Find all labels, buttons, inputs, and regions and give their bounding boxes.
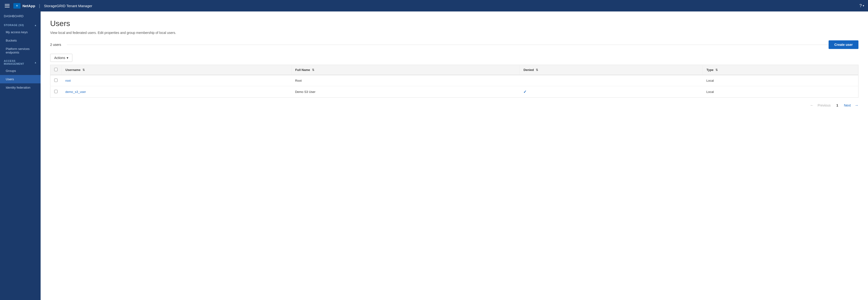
svg-text:n: n xyxy=(16,4,18,7)
row-checkbox[interactable] xyxy=(54,90,58,93)
col-type-label: Type xyxy=(707,68,713,72)
nav-divider: | xyxy=(39,3,40,8)
col-full-name[interactable]: Full Name xyxy=(291,65,520,75)
select-all-header xyxy=(51,65,62,75)
sidebar-item-my-access-keys[interactable]: My access keys xyxy=(0,28,41,36)
storage-chevron-icon: ▲ xyxy=(34,24,37,27)
col-username-label: Username xyxy=(65,68,81,72)
sidebar-item-users[interactable]: Users xyxy=(0,75,41,83)
denied-check-icon: ✓ xyxy=(523,90,526,94)
previous-label: Previous xyxy=(817,103,831,107)
actions-button[interactable]: Actions ▾ xyxy=(50,54,72,62)
pagination: ← Previous 1 Next → xyxy=(50,98,859,108)
top-nav: n NetApp | StorageGRID Tenant Manager ? … xyxy=(0,0,868,11)
next-label: Next xyxy=(844,103,851,107)
table-row: demo_s3_userDemo S3 User✓Local xyxy=(51,86,859,98)
denied-cell: ✓ xyxy=(520,86,703,98)
nav-logo: n NetApp xyxy=(13,3,35,9)
select-all-checkbox[interactable] xyxy=(54,68,58,71)
sidebar-item-platform-services-endpoints[interactable]: Platform services endpoints xyxy=(0,45,41,57)
col-denied-label: Denied xyxy=(524,68,534,72)
table-header-row: Username Full Name Denied Type xyxy=(51,65,859,75)
sidebar-section-access[interactable]: ACCESS MANAGEMENT ▲ xyxy=(0,57,41,67)
username-sort-icon xyxy=(83,68,85,72)
users-count-label: 2 users xyxy=(50,43,61,47)
sidebar-item-buckets[interactable]: Buckets xyxy=(0,36,41,45)
denied-sort-icon xyxy=(536,68,538,72)
table-row: rootRootLocal xyxy=(51,75,859,86)
sidebar-item-dashboard[interactable]: DASHBOARD xyxy=(0,11,41,21)
sidebar-item-identity-federation[interactable]: Identity federation xyxy=(0,83,41,92)
previous-arrow-icon: ← xyxy=(810,103,814,108)
previous-button[interactable]: Previous xyxy=(816,102,832,108)
users-table: Username Full Name Denied Type xyxy=(50,65,859,98)
main-content: Users View local and federated users. Ed… xyxy=(41,11,868,300)
question-icon: ? xyxy=(859,3,862,8)
access-section-label: ACCESS MANAGEMENT xyxy=(4,59,34,65)
sidebar-item-groups[interactable]: Groups xyxy=(0,67,41,75)
hamburger-menu[interactable] xyxy=(4,3,10,8)
type-cell: Local xyxy=(703,75,858,86)
actions-chevron-icon: ▾ xyxy=(67,56,68,60)
page-title: Users xyxy=(50,19,859,28)
app-title: StorageGRID Tenant Manager xyxy=(44,4,92,8)
col-denied[interactable]: Denied xyxy=(520,65,703,75)
full-name-sort-icon xyxy=(312,68,314,72)
user-link-root[interactable]: root xyxy=(65,79,71,82)
sidebar: DASHBOARD STORAGE (S3) ▲ My access keys … xyxy=(0,11,41,300)
create-user-button[interactable]: Create user xyxy=(829,40,859,49)
netapp-brand: NetApp xyxy=(23,4,35,8)
storage-section-label: STORAGE (S3) xyxy=(4,24,24,27)
type-sort-icon xyxy=(715,68,718,72)
help-chevron-icon: ▾ xyxy=(863,4,864,7)
netapp-logo-icon: n xyxy=(13,3,21,9)
col-type[interactable]: Type xyxy=(703,65,858,75)
full-name-cell: Root xyxy=(291,75,520,86)
row-checkbox[interactable] xyxy=(54,79,58,82)
access-chevron-icon: ▲ xyxy=(34,61,37,64)
help-button[interactable]: ? ▾ xyxy=(859,3,864,8)
denied-cell xyxy=(520,75,703,86)
col-username[interactable]: Username xyxy=(62,65,291,75)
actions-label: Actions xyxy=(54,56,65,60)
users-count-bar: 2 users Create user xyxy=(50,40,859,49)
type-cell: Local xyxy=(703,86,858,98)
col-full-name-label: Full Name xyxy=(295,68,310,72)
current-page: 1 xyxy=(834,102,840,108)
actions-bar: Actions ▾ xyxy=(50,54,859,62)
sidebar-section-storage[interactable]: STORAGE (S3) ▲ xyxy=(0,21,41,28)
next-button[interactable]: Next xyxy=(842,102,853,108)
next-arrow-icon: → xyxy=(855,103,859,108)
user-link-demo_s3_user[interactable]: demo_s3_user xyxy=(65,90,86,94)
page-subtitle: View local and federated users. Edit pro… xyxy=(50,31,859,35)
full-name-cell: Demo S3 User xyxy=(291,86,520,98)
